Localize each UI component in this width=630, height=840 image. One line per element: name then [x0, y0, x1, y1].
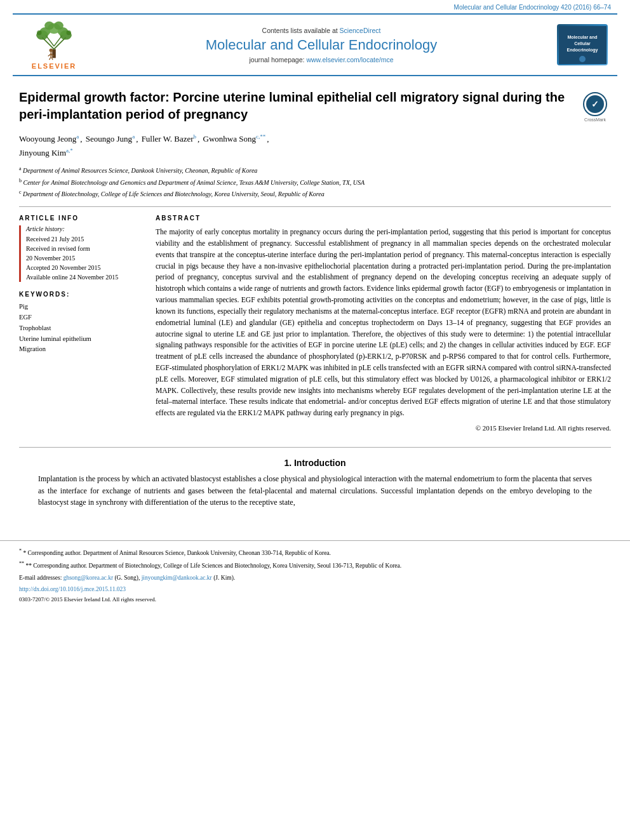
article-history-section: Article history: Received 21 July 2015 R…	[19, 225, 143, 282]
copyright-line: © 2015 Elsevier Ireland Ltd. All rights …	[156, 424, 611, 432]
svg-point-12	[37, 30, 41, 35]
keyword-4: Uterine luminal epithelium	[19, 334, 143, 345]
footnote-2: ** ** Corresponding author. Department o…	[19, 560, 611, 570]
abstract-column: ABSTRACT The majority of early conceptus…	[156, 215, 611, 432]
abstract-heading: ABSTRACT	[156, 215, 611, 222]
author-3: Fuller W. Bazer	[142, 134, 194, 143]
journal-name: Molecular and Cellular Endocrinology	[95, 37, 547, 53]
elsevier-label: ELSEVIER	[32, 62, 76, 70]
author-5: Jinyoung Kim	[19, 148, 66, 157]
title-section: Epidermal growth factor: Porcine uterine…	[19, 89, 611, 123]
doi-line: http://dx.doi.org/10.1016/j.mce.2015.11.…	[19, 585, 611, 594]
svg-point-14	[50, 49, 53, 53]
crossmark-icon[interactable]: ✓	[583, 92, 607, 116]
sciencedirect-link[interactable]: ScienceDirect	[340, 27, 381, 34]
section-divider-1	[19, 206, 611, 207]
journal-header: ELSEVIER Contents lists available at Sci…	[13, 13, 617, 76]
svg-line-18	[50, 57, 51, 60]
email-1-link[interactable]: ghsong@korea.ac.kr	[64, 575, 113, 581]
svg-text:✓: ✓	[591, 99, 599, 109]
author-2: Seoungo Jung	[86, 134, 132, 143]
abstract-text: The majority of early conceptus mortalit…	[156, 227, 611, 419]
history-label: Article history:	[26, 225, 143, 232]
svg-point-24	[579, 56, 586, 62]
journal-homepage: journal homepage: www.elsevier.com/locat…	[95, 56, 547, 63]
journal-cover-image: Molecular and Cellular Endocrinology	[559, 26, 607, 64]
journal-reference-bar: Molecular and Cellular Endocrinology 420…	[0, 0, 630, 13]
introduction-section: 1. Introduction Implantation is the proc…	[19, 447, 611, 509]
journal-logo-image: Molecular and Cellular Endocrinology	[557, 24, 608, 65]
keyword-3: Trophoblast	[19, 323, 143, 334]
issn-line: 0303-7207/© 2015 Elsevier Ireland Ltd. A…	[19, 596, 611, 603]
affiliation-c: c Department of Biotechnology, College o…	[19, 189, 611, 199]
intro-heading: 1. Introduction	[19, 458, 611, 468]
intro-text: Implantation is the process by which an …	[19, 473, 611, 509]
crossmark-logo: ✓ CrossMark	[579, 92, 611, 122]
svg-point-11	[54, 22, 64, 30]
article-info-column: ARTICLE INFO Article history: Received 2…	[19, 215, 143, 432]
author-4: Gwonhwa Song	[203, 134, 256, 143]
affiliations: a Department of Animal Resources Science…	[19, 165, 611, 199]
article-content: Epidermal growth factor: Porcine uterine…	[0, 76, 630, 521]
page-footer: * * Corresponding author. Department of …	[0, 540, 630, 609]
journal-title-center: Contents lists available at ScienceDirec…	[89, 27, 554, 63]
elsevier-logo: ELSEVIER	[19, 20, 89, 70]
author-1: Wooyoung Jeong	[19, 134, 76, 143]
history-revised-label: Received in revised form	[26, 244, 143, 253]
keyword-2: EGF	[19, 312, 143, 323]
keyword-5: Migration	[19, 344, 143, 355]
svg-point-10	[44, 22, 54, 30]
keywords-heading: Keywords:	[19, 291, 143, 298]
footnote-emails: E-mail addresses: ghsong@korea.ac.kr (G.…	[19, 573, 611, 582]
footnote-1: * * Corresponding author. Department of …	[19, 547, 611, 557]
crossmark-label: CrossMark	[584, 117, 606, 122]
svg-text:Molecular and: Molecular and	[567, 35, 597, 39]
keywords-section: Keywords: Pig EGF Trophoblast Uterine lu…	[19, 291, 143, 355]
article-title: Epidermal growth factor: Porcine uterine…	[19, 89, 570, 123]
doi-link[interactable]: http://dx.doi.org/10.1016/j.mce.2015.11.…	[19, 586, 126, 592]
history-received: Received 21 July 2015	[26, 234, 143, 244]
journal-logo-right: Molecular and Cellular Endocrinology	[554, 24, 611, 65]
two-column-layout: ARTICLE INFO Article history: Received 2…	[19, 215, 611, 432]
contents-available-line: Contents lists available at ScienceDirec…	[95, 27, 547, 34]
journal-reference: Molecular and Cellular Endocrinology 420…	[454, 4, 611, 11]
history-accepted: Accepted 20 November 2015	[26, 263, 143, 272]
history-revised-date: 20 November 2015	[26, 253, 143, 263]
page-container: Molecular and Cellular Endocrinology 420…	[0, 0, 630, 609]
article-info-heading: ARTICLE INFO	[19, 215, 143, 222]
history-online: Available online 24 November 2015	[26, 272, 143, 282]
svg-text:Cellular: Cellular	[574, 41, 591, 46]
svg-point-13	[67, 30, 71, 35]
homepage-url[interactable]: www.elsevier.com/locate/mce	[306, 56, 393, 63]
svg-text:Endocrinology: Endocrinology	[566, 48, 598, 53]
elsevier-tree-icon	[29, 20, 79, 61]
authors-line: Wooyoung Jeonga, Seoungo Junga, Fuller W…	[19, 132, 611, 160]
affiliation-a: a Department of Animal Resources Science…	[19, 165, 611, 175]
affiliation-b: b Center for Animal Biotechnology and Ge…	[19, 177, 611, 187]
email-2-link[interactable]: jinyoungkim@dankook.ac.kr	[142, 575, 212, 581]
keyword-1: Pig	[19, 302, 143, 312]
